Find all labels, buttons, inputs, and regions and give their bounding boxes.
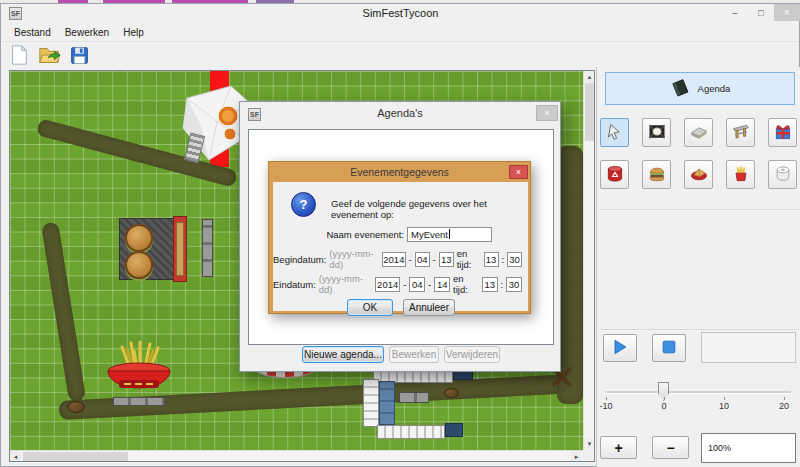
slider-tick	[724, 397, 725, 400]
dirt-path	[41, 222, 86, 402]
end-hour-input[interactable]: 13	[482, 277, 498, 292]
sidebar-separator	[599, 209, 799, 210]
tool-burger-stand-button[interactable]	[642, 160, 671, 189]
sidebar: Agenda	[596, 67, 800, 467]
text-caret	[449, 229, 450, 239]
status-box	[701, 332, 796, 363]
tool-fries-stand-button[interactable]	[726, 160, 755, 189]
play-button[interactable]	[603, 334, 637, 362]
zoom-out-button[interactable]: −	[652, 436, 689, 459]
spotlight-icon	[647, 122, 667, 144]
burger-icon	[647, 164, 667, 186]
bench[interactable]	[202, 219, 213, 277]
begin-date-label: Begindatum:	[273, 254, 326, 265]
edit-agenda-button[interactable]: Bewerken	[389, 346, 439, 363]
event-dialog: Evenementgegevens × ? Geef de volgende g…	[268, 161, 531, 314]
open-folder-icon	[37, 44, 61, 68]
entrance-gate-icon	[731, 122, 751, 144]
date-separator: -	[403, 279, 406, 290]
minimize-button[interactable]: –	[722, 4, 748, 21]
maximize-button[interactable]: □	[748, 4, 774, 21]
begin-date-row: Begindatum: (yyyy-mm-dd) 2014 - 04 - 13 …	[273, 251, 522, 267]
event-name-input[interactable]: MyEvent	[407, 227, 492, 242]
delete-agenda-button[interactable]: Verwijderen	[444, 346, 500, 363]
horizontal-scrollbar[interactable]: ◂ ▸	[10, 450, 583, 461]
stop-button[interactable]	[652, 334, 686, 362]
date-separator: -	[433, 254, 436, 265]
menu-help[interactable]: Help	[117, 25, 150, 40]
open-file-button[interactable]	[34, 44, 64, 69]
cancel-button[interactable]: Annuleer	[403, 299, 455, 316]
stage-panel	[379, 381, 395, 425]
fries-stand[interactable]	[104, 339, 174, 399]
tool-trash-can-button[interactable]	[600, 160, 629, 189]
burger-top	[125, 251, 153, 279]
begin-year-input[interactable]: 2014	[382, 252, 405, 267]
new-file-button[interactable]	[4, 44, 34, 69]
zoom-in-button[interactable]: +	[600, 436, 637, 459]
begin-month-input[interactable]: 04	[415, 252, 430, 267]
agenda-button[interactable]: Agenda	[605, 72, 795, 105]
begin-minute-input[interactable]: 30	[507, 252, 522, 267]
toolbar	[2, 43, 799, 69]
end-date-row: Eindatum: (yyyy-mm-dd) 2014 - 04 - 14 en…	[273, 276, 522, 292]
window-title: SimFestTycoon	[2, 7, 799, 19]
tool-entrance-gate-button[interactable]	[726, 118, 755, 147]
titlebar: SF SimFestTycoon – □ ×	[2, 4, 799, 23]
tool-gift-button[interactable]	[768, 118, 797, 147]
rock	[67, 401, 85, 413]
event-dialog-close-button[interactable]: ×	[509, 165, 528, 179]
burger-stand[interactable]	[119, 216, 215, 282]
end-year-input[interactable]: 2014	[375, 277, 400, 292]
event-dialog-body: ? Geef de volgende gegevens over het eve…	[273, 182, 528, 311]
agenda-button-label: Agenda	[698, 83, 731, 94]
speed-slider-track[interactable]	[605, 391, 791, 394]
scroll-right-icon[interactable]: ▸	[571, 451, 582, 462]
close-button[interactable]: ×	[774, 4, 800, 21]
end-month-input[interactable]: 04	[409, 277, 425, 292]
begin-hour-input[interactable]: 13	[484, 252, 499, 267]
end-day-input[interactable]: 14	[434, 277, 450, 292]
end-date-label: Eindatum:	[273, 279, 316, 290]
menu-bewerken[interactable]: Bewerken	[59, 25, 115, 40]
slider-tick	[664, 397, 665, 400]
toilet-roll-icon	[773, 164, 793, 186]
horizontal-scroll-thumb[interactable]	[23, 452, 128, 461]
event-name-value: MyEvent	[411, 229, 448, 240]
tool-select-cursor-button[interactable]	[600, 118, 629, 147]
vertical-scroll-thumb[interactable]	[585, 83, 594, 141]
barrel-stage[interactable]	[361, 367, 481, 443]
time-separator: :	[501, 279, 504, 290]
scroll-left-icon[interactable]: ◂	[10, 451, 21, 462]
date-separator: -	[428, 279, 431, 290]
stage-icon	[689, 122, 709, 144]
bench[interactable]	[113, 397, 165, 406]
save-file-button[interactable]	[64, 44, 94, 69]
end-minute-input[interactable]: 30	[506, 277, 522, 292]
bench[interactable]	[399, 392, 429, 403]
barrel-column	[363, 379, 379, 427]
zoom-level-field[interactable]: 100%	[701, 433, 796, 463]
select-cursor-icon	[605, 122, 625, 144]
scroll-down-icon[interactable]: ▾	[584, 438, 595, 449]
ok-button[interactable]: OK	[347, 299, 393, 316]
scroll-up-icon[interactable]: ▴	[584, 71, 595, 82]
event-dialog-title: Evenementgegevens	[269, 166, 530, 178]
begin-day-input[interactable]: 13	[439, 252, 454, 267]
save-floppy-icon	[69, 45, 90, 68]
agendas-dialog-close-button[interactable]: ×	[536, 105, 558, 121]
scrollbar-corner	[583, 450, 594, 461]
gift-icon	[773, 122, 793, 144]
new-agenda-button[interactable]: Nieuwe agenda...	[302, 346, 384, 363]
app-window: SF SimFestTycoon – □ × Bestand Bewerken …	[0, 3, 800, 467]
tool-spotlight-button[interactable]	[642, 118, 671, 147]
rock	[444, 388, 459, 398]
menu-bestand[interactable]: Bestand	[8, 25, 57, 40]
tool-pizza-stand-button[interactable]	[684, 160, 713, 189]
sidebar-separator	[599, 329, 799, 330]
time-label: en tijd:	[457, 248, 481, 270]
vertical-scrollbar[interactable]: ▴ ▾	[583, 71, 594, 450]
date-separator: -	[409, 254, 412, 265]
tool-toilet-button[interactable]	[768, 160, 797, 189]
tool-stage-button[interactable]	[684, 118, 713, 147]
